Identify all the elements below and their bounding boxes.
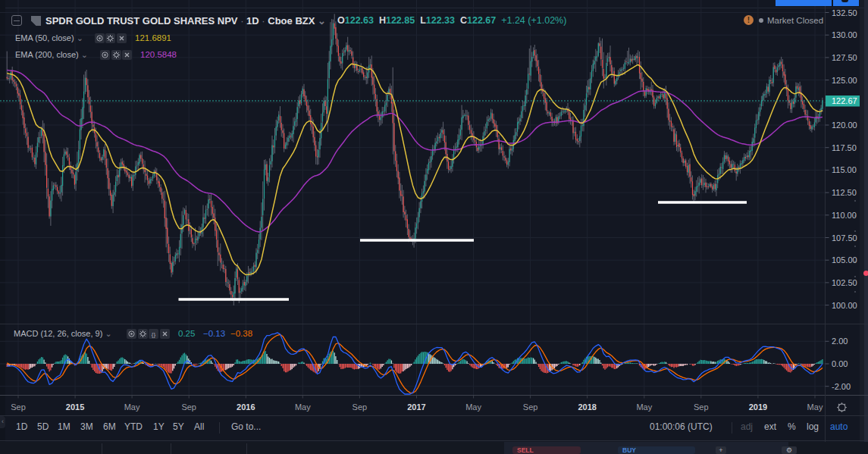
svg-text:2.00: 2.00 (832, 337, 848, 346)
svg-text:Sep: Sep (181, 402, 196, 412)
svg-text:May: May (807, 402, 823, 412)
svg-text:2017: 2017 (407, 402, 425, 412)
svg-text:Sep: Sep (353, 402, 368, 412)
svg-text:100.00: 100.00 (832, 301, 857, 310)
svg-text:Sep: Sep (694, 402, 709, 412)
svg-text:Sep: Sep (11, 402, 26, 412)
svg-text:112.50: 112.50 (832, 188, 857, 197)
svg-text:110.00: 110.00 (832, 211, 857, 220)
svg-text:May: May (295, 402, 311, 412)
svg-text:-2.00: -2.00 (832, 382, 851, 391)
svg-text:107.50: 107.50 (832, 233, 857, 243)
svg-text:{}: {} (152, 330, 156, 337)
svg-text:2016: 2016 (237, 402, 255, 412)
svg-text:125.00: 125.00 (832, 76, 857, 85)
svg-text:132.50: 132.50 (832, 8, 857, 17)
svg-text:120.00: 120.00 (832, 121, 857, 130)
svg-text:105.00: 105.00 (832, 255, 857, 265)
svg-text:2019: 2019 (749, 402, 767, 412)
svg-text:117.50: 117.50 (832, 143, 857, 152)
svg-text:0.00: 0.00 (832, 359, 848, 368)
svg-text:May: May (124, 402, 140, 412)
svg-text:130.00: 130.00 (832, 30, 857, 39)
svg-text:May: May (465, 402, 481, 412)
svg-text:115.00: 115.00 (832, 165, 857, 174)
svg-text:2015: 2015 (66, 402, 84, 412)
svg-text:May: May (636, 402, 652, 412)
svg-text:127.50: 127.50 (832, 53, 857, 62)
svg-text:Sep: Sep (523, 402, 538, 412)
svg-text:2018: 2018 (578, 402, 596, 412)
svg-text:122.67: 122.67 (832, 96, 857, 105)
svg-text:102.50: 102.50 (832, 278, 857, 287)
